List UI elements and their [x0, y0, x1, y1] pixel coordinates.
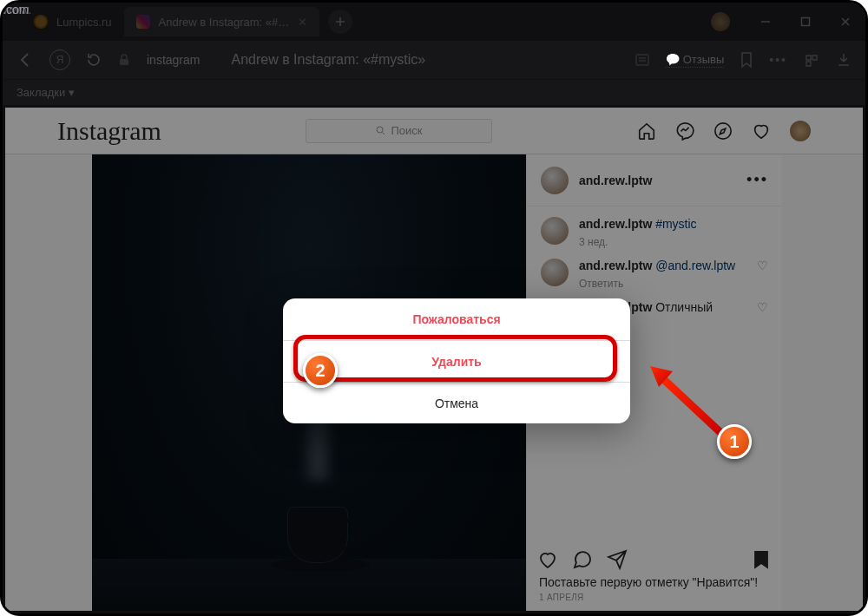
screenshot-root: Lumpics.ru Andrew в Instagram: «#… ✕ Я w…	[0, 0, 868, 616]
address-bar: Я www. instagram .com Andrew в Instagram…	[3, 41, 865, 79]
cancel-button[interactable]: Отмена	[283, 382, 630, 423]
step-badge-2: 2	[303, 353, 338, 388]
report-button[interactable]: Пожаловаться	[283, 298, 630, 340]
page-viewport: Instagram Поиск	[5, 108, 863, 611]
url-display[interactable]: www. instagram .com	[147, 53, 200, 67]
step-badge-1: 1	[717, 424, 752, 459]
